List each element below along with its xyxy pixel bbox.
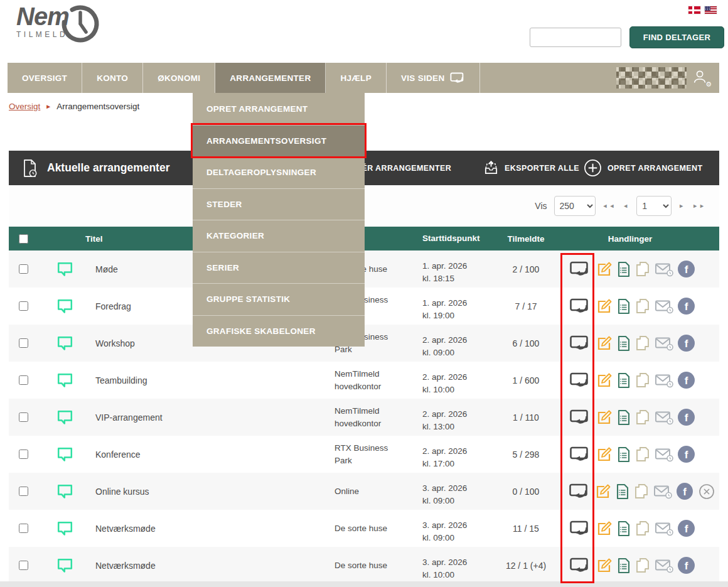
facebook-action-icon[interactable]: f: [678, 557, 695, 574]
menu-item-kategorier[interactable]: KATEGORIER: [193, 220, 365, 252]
row-checkbox[interactable]: [19, 524, 28, 533]
breadcrumb-home-link[interactable]: Oversigt: [9, 102, 40, 111]
email-schedule-action-icon[interactable]: [653, 484, 672, 499]
participant-list-action-icon[interactable]: [617, 335, 631, 352]
comment-bubble-icon[interactable]: [56, 446, 73, 462]
menu-item-deltageroplysninger[interactable]: DELTAGEROPLYSNINGER: [193, 156, 365, 188]
row-checkbox[interactable]: [19, 301, 28, 311]
edit-action-icon[interactable]: [596, 335, 613, 352]
edit-action-icon[interactable]: [596, 446, 613, 463]
page-select[interactable]: 1: [636, 196, 672, 216]
user-settings-icon[interactable]: ⚙: [693, 69, 709, 87]
close-action-icon[interactable]: [699, 483, 715, 500]
nav-item-arrangementer[interactable]: ARRANGEMENTER: [215, 63, 326, 93]
menu-item-steder[interactable]: STEDER: [193, 188, 365, 220]
prev-page-icon[interactable]: ◄: [623, 203, 629, 209]
first-page-icon[interactable]: ◄◄: [602, 203, 616, 209]
create-event-button[interactable]: OPRET ARRANGEMENT: [584, 151, 702, 185]
email-schedule-action-icon[interactable]: [655, 410, 673, 425]
copy-action-icon[interactable]: [635, 520, 650, 537]
email-schedule-action-icon[interactable]: [655, 558, 673, 573]
copy-action-icon[interactable]: [635, 409, 650, 426]
edit-action-icon[interactable]: [596, 520, 613, 537]
open-page-action-icon[interactable]: [569, 483, 589, 500]
row-checkbox[interactable]: [19, 338, 28, 348]
menu-item-arrangementsoversigt[interactable]: ARRANGEMENTSOVERSIGT: [193, 125, 365, 157]
next-page-icon[interactable]: ►: [678, 203, 685, 209]
email-schedule-action-icon[interactable]: [655, 447, 673, 462]
email-schedule-action-icon[interactable]: [655, 299, 673, 314]
row-checkbox[interactable]: [19, 412, 28, 422]
comment-bubble-icon[interactable]: [56, 335, 73, 351]
menu-item-serier[interactable]: SERIER: [193, 252, 365, 284]
row-checkbox[interactable]: [19, 487, 28, 496]
last-page-icon[interactable]: ►►: [692, 203, 706, 209]
participant-list-action-icon[interactable]: [617, 446, 631, 463]
email-schedule-action-icon[interactable]: [655, 373, 673, 388]
comment-bubble-icon[interactable]: [56, 261, 73, 277]
email-schedule-action-icon[interactable]: [655, 336, 673, 351]
comment-bubble-icon[interactable]: [56, 483, 73, 499]
open-page-action-icon[interactable]: [569, 446, 591, 463]
copy-action-icon[interactable]: [635, 372, 650, 389]
edit-action-icon[interactable]: [596, 261, 613, 277]
find-participant-button[interactable]: FIND DELTAGER: [629, 26, 724, 48]
facebook-action-icon[interactable]: f: [678, 372, 695, 389]
select-all-checkbox[interactable]: [19, 234, 28, 244]
page-size-select[interactable]: 250: [554, 196, 596, 216]
menu-item-grafiske-skabeloner[interactable]: GRAFISKE SKABELONER: [193, 315, 365, 347]
nav-item-oversigt[interactable]: OVERSIGT: [8, 63, 82, 93]
participant-list-action-icon[interactable]: [617, 372, 631, 389]
participant-list-action-icon[interactable]: [617, 261, 631, 277]
copy-action-icon[interactable]: [635, 261, 650, 277]
facebook-action-icon[interactable]: f: [678, 298, 695, 315]
nav-item-hjaelp[interactable]: HJÆLP: [326, 63, 387, 93]
participant-list-action-icon[interactable]: [617, 520, 631, 537]
nav-item-okonomi[interactable]: ØKONOMI: [143, 63, 215, 93]
open-page-action-icon[interactable]: [569, 335, 591, 352]
row-checkbox[interactable]: [19, 561, 28, 570]
copy-action-icon[interactable]: [635, 298, 650, 315]
facebook-action-icon[interactable]: f: [678, 520, 695, 537]
danish-flag-icon[interactable]: [688, 6, 700, 14]
nemtilmeld-logo[interactable]: Nem TILMELD: [16, 4, 123, 60]
facebook-action-icon[interactable]: f: [677, 483, 693, 500]
nav-item-vis-siden[interactable]: VIS SIDEN: [387, 63, 480, 93]
open-page-action-icon[interactable]: [569, 520, 591, 537]
open-page-action-icon[interactable]: [569, 261, 591, 277]
row-checkbox[interactable]: [19, 375, 28, 385]
facebook-action-icon[interactable]: f: [678, 335, 695, 352]
copy-action-icon[interactable]: [634, 483, 649, 500]
copy-action-icon[interactable]: [635, 446, 650, 463]
menu-item-opret-arrangement[interactable]: OPRET ARRANGEMENT: [193, 93, 365, 125]
edit-action-icon[interactable]: [596, 298, 613, 315]
export-all-button[interactable]: EKSPORTER ALLE: [483, 151, 579, 185]
facebook-action-icon[interactable]: f: [678, 261, 695, 277]
facebook-action-icon[interactable]: f: [678, 446, 695, 463]
open-page-action-icon[interactable]: [569, 409, 591, 426]
participant-list-action-icon[interactable]: [617, 298, 631, 315]
comment-bubble-icon[interactable]: [56, 298, 73, 314]
english-flag-icon[interactable]: [705, 6, 717, 14]
copy-action-icon[interactable]: [635, 335, 650, 352]
open-page-action-icon[interactable]: [569, 372, 591, 389]
participant-list-action-icon[interactable]: [616, 483, 629, 500]
edit-action-icon[interactable]: [596, 409, 613, 426]
row-checkbox[interactable]: [19, 264, 28, 274]
participant-list-action-icon[interactable]: [617, 557, 631, 574]
menu-item-gruppe-statistik[interactable]: GRUPPE STATISTIK: [193, 283, 365, 315]
find-participant-input[interactable]: [530, 28, 621, 47]
participant-list-action-icon[interactable]: [617, 409, 631, 426]
copy-action-icon[interactable]: [635, 557, 650, 574]
nav-item-konto[interactable]: KONTO: [82, 63, 143, 93]
open-page-action-icon[interactable]: [569, 557, 591, 574]
comment-bubble-icon[interactable]: [56, 520, 73, 536]
edit-action-icon[interactable]: [596, 557, 613, 574]
comment-bubble-icon[interactable]: [56, 372, 73, 388]
edit-action-icon[interactable]: [596, 372, 613, 389]
edit-action-icon[interactable]: [595, 483, 611, 500]
comment-bubble-icon[interactable]: [56, 409, 73, 425]
email-schedule-action-icon[interactable]: [655, 262, 673, 277]
email-schedule-action-icon[interactable]: [655, 521, 673, 536]
comment-bubble-icon[interactable]: [56, 557, 73, 573]
